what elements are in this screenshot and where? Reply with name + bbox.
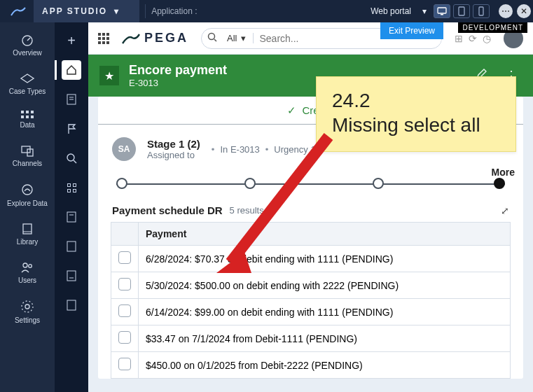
stage-assigned-to: Assigned to [147,150,200,160]
select-all-header [111,223,139,246]
header-icon-2[interactable]: ⟳ [469,33,477,44]
timeline-node[interactable] [244,178,256,189]
gauge-icon [20,32,34,46]
caret-down-icon: ▾ [241,33,246,43]
top-action-2[interactable]: ✕ [517,4,531,18]
expand-section-button[interactable]: ⤢ [501,205,509,216]
column-header-payment: Payment [139,223,511,246]
sidebar-label: Explore Data [0,200,55,207]
svg-rect-1 [441,14,443,15]
case-id: E-3013 [129,78,227,88]
table-row: 6/28/2024: $70.37 on debit ending with 1… [111,246,511,272]
rail-item-apps[interactable] [62,178,81,197]
note-line-1: 24.2 [332,88,500,113]
portal-label: Web portal [371,6,411,16]
sidebar-item-users[interactable]: Users [0,257,55,290]
rail-item-search[interactable] [62,148,81,168]
case-star-icon[interactable]: ★ [99,66,119,85]
explore-icon [20,183,34,197]
sidebar-item-explore-data[interactable]: Explore Data [0,178,55,213]
rail-add-button[interactable]: + [62,31,81,50]
payment-section-header: Payment schedule DR 5 results ⤢ [98,199,523,222]
timeline-node[interactable] [373,178,384,189]
secondary-rail: + [55,22,88,392]
device-tablet-button[interactable] [453,4,470,18]
header-icon-group: ⊞ ⟳ ◷ [455,33,491,44]
svg-line-28 [214,39,216,41]
search-scope-dropdown[interactable]: All ▾ [220,33,254,43]
app-studio-switcher[interactable]: APP STUDIO ▾ [34,0,139,22]
row-checkbox[interactable] [118,358,131,370]
note-line-2: Missing select all [332,113,500,137]
portal-switcher[interactable]: Web portal ▾ [371,6,427,16]
row-checkbox[interactable] [118,251,131,264]
exit-preview-button[interactable]: Exit Preview [380,22,443,39]
pega-logo: PEGA [122,31,188,46]
sidebar-label: Case Types [0,88,55,95]
annotation-sticky-note: 24.2 Missing select all [316,76,516,152]
sidebar-item-settings[interactable]: Settings [0,295,55,330]
apps-icon [67,183,76,192]
svg-point-9 [22,185,32,195]
stage-urgency: Urgency 10 [274,144,320,155]
row-checkbox[interactable] [118,278,131,290]
svg-point-14 [25,304,29,309]
svg-line-20 [74,160,76,163]
section-count: 5 results [230,205,264,216]
document-icon [67,94,76,105]
row-checkbox[interactable] [118,304,131,317]
timeline-node[interactable] [116,178,127,189]
chevron-down-icon: ▾ [422,6,427,16]
svg-point-27 [209,33,215,39]
sidebar-item-overview[interactable]: Overview [0,28,55,62]
sidebar-item-case-types[interactable]: Case Types [0,68,55,101]
header-icon-3[interactable]: ◷ [483,33,491,44]
sidebar-item-data[interactable]: Data [0,106,55,134]
svg-point-13 [29,265,32,268]
search-scope-label: All [227,33,237,43]
table-header-row: Payment [111,223,511,246]
rail-item-doc[interactable] [62,90,81,109]
sidebar-label: Users [0,276,55,284]
table-row: 6/14/2024: $99.00 on debit ending with 1… [111,299,511,326]
device-desktop-button[interactable] [434,4,450,18]
header-icon-1[interactable]: ⊞ [455,33,463,44]
stage-avatar: SA [112,137,136,161]
payment-cell: 5/30/2024: $500.00 on debit ending with … [139,272,511,299]
stage-title: Stage 1 (2) [147,138,200,150]
svg-point-15 [22,301,33,312]
rail-item-doc3[interactable] [62,237,81,256]
app-launcher-icon[interactable] [98,33,109,44]
table-row: 5/30/2024: $500.00 on debit ending with … [111,272,511,299]
check-icon: ✓ [287,104,296,117]
home-icon [66,64,77,76]
sidebar-item-channels[interactable]: Channels [0,140,55,173]
svg-rect-0 [438,8,446,13]
section-title: Payment schedule DR [112,204,223,216]
rail-home-button[interactable] [62,60,81,80]
main-area: Exit Preview PEGA All ▾ [88,22,533,392]
row-checkbox[interactable] [118,331,131,344]
phone-icon [478,6,484,16]
rail-item-doc5[interactable] [62,295,81,315]
case-title: Encore payment [129,63,227,78]
timeline-node-current[interactable] [494,178,505,189]
rail-item-flag[interactable] [62,119,81,139]
search-icon [207,32,217,45]
users-icon [20,261,35,274]
svg-point-19 [67,154,74,161]
gear-icon [20,300,34,314]
channels-icon [20,144,34,157]
table-row: $450.00 on 0/1/2025 from Debit-2222 (PEN… [111,352,511,379]
payment-cell: $33.47 on 7/1/2024 from Debit-1111 (PEND… [139,326,511,352]
svg-point-12 [23,263,27,267]
sidebar-item-library[interactable]: Library [0,218,55,251]
device-phone-button[interactable] [473,4,490,18]
payment-table: Payment 6/28/2024: $70.37 on debit endin… [111,222,511,379]
rail-item-doc4[interactable] [62,266,81,286]
top-action-1[interactable]: ⋯ [499,4,513,18]
flag-icon [67,123,76,134]
tablet-icon [458,6,465,16]
svg-rect-24 [67,271,76,281]
rail-item-doc2[interactable] [62,207,81,227]
